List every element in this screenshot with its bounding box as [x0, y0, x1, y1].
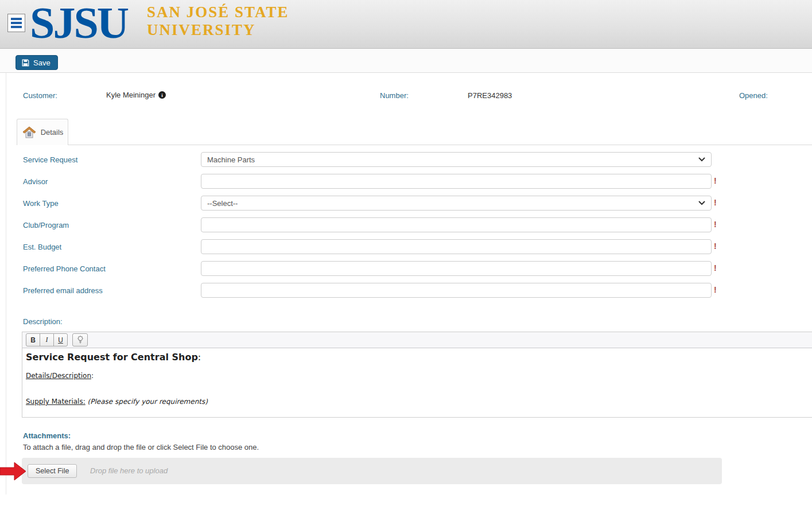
opened-label: Opened: — [739, 91, 768, 100]
tab-details[interactable]: Details — [17, 119, 68, 145]
select-file-button[interactable]: Select File — [28, 464, 77, 478]
attachments-helper-text: To attach a file, drag and drop the file… — [23, 443, 259, 451]
tab-details-label: Details — [41, 128, 64, 137]
preferred-email-input[interactable] — [201, 283, 712, 298]
university-wordmark: SAN JOSÉ STATE UNIVERSITY — [147, 3, 289, 39]
supply-note: (Please specify your requirements) — [88, 398, 208, 406]
customer-label: Customer: — [23, 91, 57, 100]
customer-name: Kyle Meininger — [106, 91, 156, 99]
attachments-label: Attachments: — [23, 431, 71, 440]
editor-toolbar: B I U — [22, 332, 812, 348]
service-request-value: Machine Parts — [207, 155, 698, 164]
number-value: P7RE342983 — [468, 91, 512, 100]
wordmark-line2: UNIVERSITY — [147, 21, 289, 39]
form-row-club-program: Club/Program ! — [0, 217, 812, 233]
lightbulb-button[interactable] — [72, 333, 88, 347]
format-button-group: B I U — [26, 333, 68, 347]
required-marker: ! — [714, 220, 717, 229]
sjsu-logo: SJSU — [30, 0, 127, 50]
required-marker: ! — [714, 263, 717, 272]
description-label: Description: — [23, 317, 63, 326]
bold-button[interactable]: B — [26, 333, 40, 347]
app-header: SJSU SAN JOSÉ STATE UNIVERSITY — [0, 0, 812, 49]
service-request-page: SJSU SAN JOSÉ STATE UNIVERSITY Save Cust… — [0, 0, 812, 510]
preferred-phone-input[interactable] — [201, 261, 712, 276]
required-marker: ! — [714, 198, 717, 207]
service-request-select[interactable]: Machine Parts — [201, 152, 712, 167]
preferred-email-label: Preferred email address — [23, 286, 103, 295]
save-button[interactable]: Save — [15, 55, 58, 70]
red-arrow-right-icon — [0, 462, 26, 483]
wordmark-line1: SAN JOSÉ STATE — [147, 3, 289, 21]
description-title: Service Request for Central Shop: — [26, 352, 812, 363]
file-dropzone[interactable]: Select File Drop file here to upload — [22, 458, 722, 484]
dropzone-hint: Drop file here to upload — [90, 466, 168, 475]
work-type-value: --Select-- — [207, 199, 698, 208]
description-title-text: Service Request for Central Shop — [26, 352, 198, 363]
required-marker: ! — [714, 242, 717, 251]
club-program-label: Club/Program — [23, 221, 69, 229]
save-button-label: Save — [33, 59, 50, 67]
required-marker: ! — [714, 285, 717, 294]
preferred-phone-label: Preferred Phone Contact — [23, 264, 106, 273]
description-editor[interactable]: Service Request for Central Shop: Detail… — [22, 348, 812, 418]
hamburger-icon — [11, 18, 22, 20]
form-row-est-budget: Est. Budget ! — [0, 239, 812, 255]
hamburger-menu-button[interactable] — [7, 14, 25, 32]
form-row-service-request: Service Request Machine Parts — [0, 152, 812, 168]
est-budget-input[interactable] — [201, 239, 712, 254]
floppy-disk-icon — [22, 59, 29, 67]
form-row-work-type: Work Type --Select-- ! — [0, 196, 812, 211]
form-row-preferred-phone: Preferred Phone Contact ! — [0, 261, 812, 277]
tabbar-divider — [68, 145, 812, 145]
number-label: Number: — [380, 91, 409, 100]
advisor-input[interactable] — [201, 174, 712, 189]
home-icon — [22, 126, 37, 139]
chevron-down-icon — [698, 157, 705, 162]
form-row-preferred-email: Preferred email address ! — [0, 283, 812, 298]
action-toolbar: Save — [0, 49, 812, 73]
form-row-advisor: Advisor ! — [0, 174, 812, 189]
info-icon[interactable]: i — [158, 91, 166, 99]
required-marker: ! — [714, 176, 717, 185]
club-program-input[interactable] — [201, 217, 712, 232]
advisor-label: Advisor — [23, 177, 48, 186]
supply-heading: Supply Materials: (Please specify your r… — [26, 398, 812, 406]
chevron-down-icon — [698, 201, 705, 205]
underline-button[interactable]: U — [53, 333, 68, 347]
work-type-label: Work Type — [23, 199, 59, 208]
work-type-select[interactable]: --Select-- — [201, 196, 712, 211]
lightbulb-icon — [76, 335, 84, 345]
details-heading: Details/Description: — [26, 372, 812, 380]
service-request-label: Service Request — [23, 155, 77, 164]
est-budget-label: Est. Budget — [23, 243, 61, 251]
italic-button[interactable]: I — [40, 333, 54, 347]
customer-value: Kyle Meininger i — [106, 91, 166, 99]
